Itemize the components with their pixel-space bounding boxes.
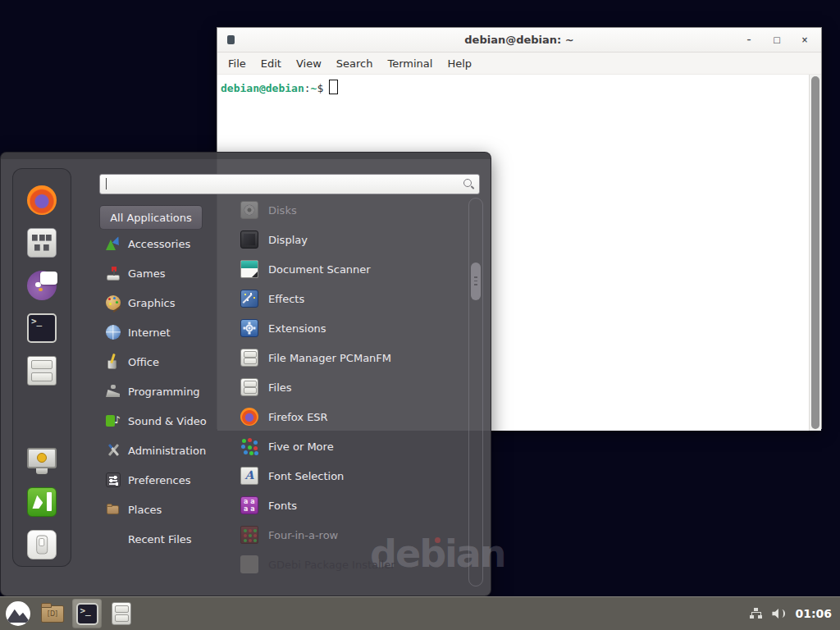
menu-scrollbar[interactable]: [468, 198, 483, 587]
terminal-icon: [27, 313, 57, 343]
category-graphics[interactable]: Graphics: [99, 288, 224, 317]
app-label: Disks: [268, 204, 297, 217]
gdebi-icon: [240, 555, 258, 573]
app-file-manager-pcmanfm[interactable]: File Manager PCManFM: [232, 343, 467, 372]
app-effects[interactable]: Effects: [232, 284, 467, 313]
category-accessories[interactable]: Accessories: [99, 229, 224, 258]
favorite-pidgin[interactable]: [21, 271, 63, 300]
titlebar[interactable]: debian@debian: ~ –□×: [217, 28, 821, 52]
category-label: Graphics: [128, 297, 175, 309]
file-manager-launcher[interactable]: [38, 599, 67, 628]
app-label: Four-in-a-row: [268, 529, 338, 541]
menu-view[interactable]: View: [289, 55, 329, 72]
category-label: Recent Files: [128, 533, 192, 546]
category-label: Games: [128, 267, 165, 280]
games-icon: [106, 266, 121, 281]
five-or-more-icon: [240, 437, 258, 455]
app-five-or-more[interactable]: Five or More: [232, 431, 467, 461]
favorite-character-map[interactable]: [21, 228, 63, 258]
file-cabinet-icon: [27, 356, 57, 386]
menu-button[interactable]: [3, 599, 33, 628]
app-files[interactable]: Files: [232, 372, 467, 402]
category-internet[interactable]: Internet: [99, 317, 224, 347]
app-font-selection[interactable]: Font Selection: [232, 461, 467, 491]
graphics-icon: [106, 295, 121, 310]
application-menu: debian All Applications AccessoriesGames…: [0, 152, 491, 596]
app-document-scanner[interactable]: Document Scanner: [232, 254, 467, 284]
all-applications-label: All Applications: [110, 212, 192, 224]
network-icon[interactable]: [749, 607, 763, 620]
all-applications-button[interactable]: All Applications: [99, 205, 203, 230]
terminal-menubar: FileEditViewSearchTerminalHelp: [217, 52, 821, 75]
clock[interactable]: 01:06: [795, 607, 832, 620]
file-cabinet-icon: [240, 349, 258, 367]
menu-search[interactable]: Search: [329, 55, 381, 72]
category-label: Accessories: [128, 238, 190, 250]
menu-terminal[interactable]: Terminal: [380, 55, 440, 72]
accessories-icon: [106, 236, 121, 251]
lock-screen-icon: [27, 448, 57, 468]
display-icon: [240, 231, 258, 249]
folder-icon: [41, 605, 64, 623]
menu-help[interactable]: Help: [440, 55, 479, 72]
app-extensions[interactable]: Extensions: [232, 313, 467, 343]
favorite-terminal[interactable]: [21, 313, 63, 343]
font-selection-icon: [240, 467, 258, 485]
terminal-scrollbar[interactable]: [809, 75, 821, 431]
close-button[interactable]: ×: [800, 35, 810, 44]
category-places[interactable]: Places: [99, 495, 224, 524]
category-administration[interactable]: Administration: [99, 436, 224, 465]
menu-edit[interactable]: Edit: [253, 55, 289, 72]
disks-icon: [240, 201, 258, 219]
files-launcher[interactable]: [107, 599, 136, 628]
terminal-scrollbar-thumb[interactable]: [811, 76, 819, 429]
office-icon: [106, 354, 121, 369]
category-sound-video[interactable]: Sound & Video: [99, 406, 224, 436]
app-disks[interactable]: Disks: [232, 195, 467, 225]
menu-scrollbar-thumb[interactable]: [471, 262, 481, 300]
app-four-in-a-row[interactable]: Four-in-a-row: [232, 520, 467, 550]
prompt-line: debian@debian:~$: [217, 75, 821, 94]
favorite-lock-screen[interactable]: [21, 445, 63, 474]
favorite-log-out[interactable]: [21, 487, 63, 517]
category-games[interactable]: Games: [99, 258, 224, 288]
favorite-shutdown[interactable]: [21, 530, 63, 559]
places-icon: [106, 502, 121, 517]
maximize-button[interactable]: □: [772, 35, 782, 44]
category-recent-files[interactable]: Recent Files: [99, 524, 224, 554]
menu-file[interactable]: File: [221, 55, 253, 72]
category-label: Programming: [128, 386, 200, 398]
taskbar: 01:06: [0, 596, 840, 630]
terminal-task[interactable]: [72, 599, 102, 628]
terminal-cursor: [329, 80, 338, 94]
app-firefox-esr[interactable]: Firefox ESR: [232, 402, 467, 431]
category-preferences[interactable]: Preferences: [99, 465, 224, 495]
search-icon: [463, 178, 474, 189]
category-office[interactable]: Office: [99, 347, 224, 377]
search-box[interactable]: [99, 174, 480, 194]
minimize-button[interactable]: –: [744, 35, 754, 44]
volume-icon[interactable]: [772, 607, 786, 620]
app-label: Extensions: [268, 322, 326, 335]
log-out-icon: [27, 487, 57, 517]
favorite-firefox[interactable]: [21, 185, 63, 215]
app-fonts[interactable]: Fonts: [232, 491, 467, 520]
sound-video-icon: [106, 413, 121, 428]
window-title: debian@debian: ~: [217, 34, 821, 46]
shutdown-icon: [27, 530, 57, 559]
internet-icon: [106, 325, 121, 340]
preferences-icon: [106, 472, 121, 487]
desktop: debian@debian: ~ –□× FileEditViewSearchT…: [0, 0, 840, 630]
app-gdebi-package-installer[interactable]: GDebi Package Installer: [232, 550, 467, 579]
search-input[interactable]: [99, 174, 480, 194]
character-map-icon: [27, 228, 57, 258]
category-label: Places: [128, 504, 162, 516]
app-display[interactable]: Display: [232, 225, 467, 254]
favorite-file-cabinet[interactable]: [21, 356, 63, 386]
fonts-icon: [240, 496, 258, 514]
app-label: Document Scanner: [268, 263, 371, 276]
category-programming[interactable]: Programming: [99, 377, 224, 406]
terminal-window-icon: [227, 35, 235, 44]
prompt-symbol: $: [317, 82, 323, 94]
terminal-icon: [76, 603, 98, 625]
